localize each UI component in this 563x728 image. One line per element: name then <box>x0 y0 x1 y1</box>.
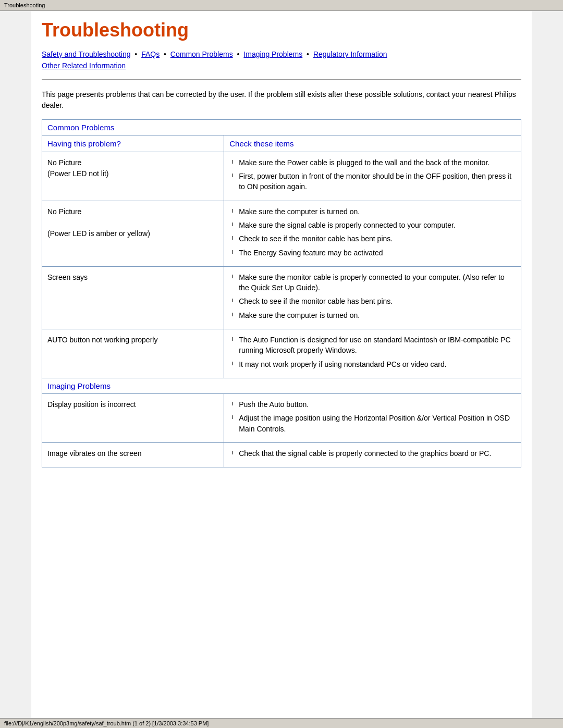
list-item: Check to see if the monitor cable has be… <box>229 233 516 244</box>
check-cell: Make sure the monitor cable is properly … <box>224 266 521 329</box>
nav-link-regulatory[interactable]: Regulatory Information <box>313 50 387 58</box>
col-header-problem: Having this problem? <box>42 135 224 152</box>
list-item: Check that the signal cable is properly … <box>229 448 516 459</box>
table-row: Image vibrates on the screen Check that … <box>42 442 521 467</box>
nav-link-faqs[interactable]: FAQs <box>141 50 160 58</box>
list-item: Make sure the monitor cable is properly … <box>229 272 516 293</box>
list-item: First, power button in front of the moni… <box>229 171 516 192</box>
status-bar: file:///D|/K1/english/200p3mg/safety/saf… <box>0 718 563 720</box>
nav-link-other[interactable]: Other Related Information <box>42 61 126 70</box>
list-item: Make sure the Power cable is plugged to … <box>229 157 516 168</box>
nav-link-safety[interactable]: Safety and Troubleshooting <box>42 50 130 58</box>
tab-label: Troubleshooting <box>4 2 45 8</box>
nav-link-common[interactable]: Common Problems <box>170 50 233 58</box>
check-list: Push the Auto button. Adjust the image p… <box>229 399 516 434</box>
table-row: No Picture(Power LED is amber or yellow)… <box>42 201 521 266</box>
problem-cell: Screen says <box>42 266 224 329</box>
list-item: Make sure the computer is turned on. <box>229 310 516 320</box>
check-list: Make sure the monitor cable is properly … <box>229 272 516 320</box>
nav-sep-4: • <box>304 50 311 58</box>
imaging-problems-section-title: Imaging Problems <box>42 378 521 393</box>
page-content: Troubleshooting Safety and Troubleshooti… <box>31 11 532 720</box>
common-problems-header-row: Common Problems <box>42 119 521 135</box>
list-item: The Energy Saving feature may be activat… <box>229 248 516 258</box>
check-list: Make sure the computer is turned on. Mak… <box>229 206 516 258</box>
nav-sep-2: • <box>162 50 168 58</box>
check-cell: Push the Auto button. Adjust the image p… <box>224 393 521 442</box>
intro-text: This page presents problems that can be … <box>42 89 521 111</box>
list-item: Check to see if the monitor cable has be… <box>229 296 516 306</box>
common-problems-col-headers: Having this problem? Check these items <box>42 135 521 152</box>
problems-table: Common Problems Having this problem? Che… <box>42 119 521 467</box>
check-list: The Auto Function is designed for use on… <box>229 335 516 369</box>
nav-sep-1: • <box>132 50 139 58</box>
col-header-check: Check these items <box>224 135 521 152</box>
divider <box>42 79 521 80</box>
problem-cell: Display position is incorrect <box>42 393 224 442</box>
problem-cell: Image vibrates on the screen <box>42 442 224 467</box>
problem-cell: No Picture(Power LED not lit) <box>42 152 224 201</box>
problem-cell: AUTO button not working properly <box>42 329 224 378</box>
nav-sep-3: • <box>235 50 242 58</box>
table-row: No Picture(Power LED not lit) Make sure … <box>42 152 521 201</box>
problem-cell: No Picture(Power LED is amber or yellow) <box>42 201 224 266</box>
page-title: Troubleshooting <box>42 19 521 41</box>
check-cell: Make sure the computer is turned on. Mak… <box>224 201 521 266</box>
table-row: Screen says Make sure the monitor cable … <box>42 266 521 329</box>
list-item: Make sure the computer is turned on. <box>229 206 516 217</box>
table-row: AUTO button not working properly The Aut… <box>42 329 521 378</box>
imaging-problems-header-row: Imaging Problems <box>42 378 521 393</box>
check-cell: The Auto Function is designed for use on… <box>224 329 521 378</box>
check-list: Check that the signal cable is properly … <box>229 448 516 459</box>
browser-tab: Troubleshooting <box>0 0 563 11</box>
list-item: It may not work properly if using nonsta… <box>229 359 516 369</box>
list-item: Adjust the image position using the Hori… <box>229 413 516 434</box>
common-problems-section-title: Common Problems <box>42 119 521 135</box>
check-cell: Make sure the Power cable is plugged to … <box>224 152 521 201</box>
nav-links: Safety and Troubleshooting • FAQs • Comm… <box>42 48 521 72</box>
list-item: Push the Auto button. <box>229 399 516 410</box>
check-cell: Check that the signal cable is properly … <box>224 442 521 467</box>
check-list: Make sure the Power cable is plugged to … <box>229 157 516 192</box>
nav-link-imaging[interactable]: Imaging Problems <box>243 50 302 58</box>
table-row: Display position is incorrect Push the A… <box>42 393 521 442</box>
list-item: Make sure the signal cable is properly c… <box>229 220 516 230</box>
list-item: The Auto Function is designed for use on… <box>229 335 516 356</box>
